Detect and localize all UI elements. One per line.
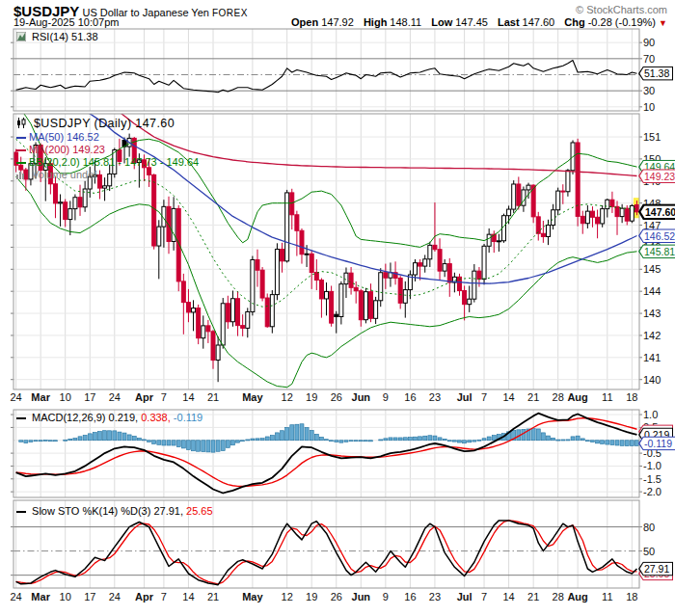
date-label: 10 <box>60 391 71 403</box>
last-value: 147.60 <box>523 16 555 28</box>
price-badge-149.23: 149.23 <box>638 169 675 183</box>
macd-value-1: 0.219, <box>109 412 139 423</box>
date-label: Aug <box>567 391 587 403</box>
date-label: 14 <box>502 391 514 403</box>
date-label: 11 <box>602 391 612 403</box>
price-badge-147.60: 147.60 <box>638 203 675 220</box>
date-label: 28 <box>553 591 564 603</box>
date-label: 23 <box>429 591 441 603</box>
last-label: Last <box>498 16 520 28</box>
price-badge-146.52: 146.52 <box>638 228 675 243</box>
ma200-legend: MA(200) 149.23 <box>16 144 105 155</box>
date-label: Apr <box>135 391 153 403</box>
volume-legend: Volume undef <box>16 169 96 181</box>
date-label: Apr <box>135 591 153 603</box>
chg-value: -0.28 (-0.19%) <box>588 16 656 28</box>
chg-label: Chg <box>564 16 584 28</box>
date-label: 26 <box>331 391 342 403</box>
date-label: 7 <box>161 391 167 403</box>
ma50-line-icon <box>16 137 26 139</box>
rsi-panel <box>14 29 639 111</box>
sto-badge-27.91: 27.91 <box>638 562 673 576</box>
ma200-line-icon <box>16 149 26 151</box>
bb-line-icon <box>16 162 26 164</box>
axis-label: -1.5 <box>643 473 662 485</box>
macd-badge--0.119: -0.119 <box>638 436 675 450</box>
date-label: 26 <box>331 591 342 603</box>
ma200-legend-label: MA(200) 149.23 <box>29 144 105 155</box>
volume-legend-label: Volume undef <box>32 169 96 180</box>
macd-legend-name: MACD(12,26,9) <box>32 412 105 423</box>
date-label: 19 <box>306 391 317 403</box>
chart-canvas <box>0 0 675 616</box>
date-label: 18 <box>626 391 637 403</box>
axis-label: 144 <box>643 285 661 297</box>
date-label: 17 <box>84 591 95 603</box>
date-label: 7 <box>481 591 487 603</box>
axis-label: 30 <box>643 85 655 96</box>
chart-datetime: 19-Aug-2025 10:07pm <box>14 16 119 28</box>
open-value: 147.92 <box>321 16 354 28</box>
open-label: Open <box>291 16 318 28</box>
date-label: 21 <box>207 591 219 603</box>
axis-label: 1.0 <box>643 409 658 420</box>
sto-value-1: 27.91, <box>153 505 183 517</box>
bb-legend-label: BB(20,2.0) 145.81 - 147.73 - 149.64 <box>29 156 199 168</box>
date-label: 24 <box>109 391 121 403</box>
axis-label: 143 <box>643 308 661 319</box>
macd-value-2: 0.338, <box>141 412 171 423</box>
date-label: 21 <box>207 391 219 403</box>
date-label: 10 <box>60 591 71 603</box>
rsi-badge-51.38: 51.38 <box>638 67 673 81</box>
axis-label: 90 <box>643 37 655 48</box>
quote-bar: Open147.92 High148.11 Low147.45 Last147.… <box>284 16 667 28</box>
date-label: 12 <box>282 591 293 603</box>
axis-label: 80 <box>643 522 655 533</box>
date-label: 28 <box>553 391 564 403</box>
date-label: 23 <box>429 391 441 403</box>
date-label: Jun <box>352 391 371 403</box>
rsi-legend-label: RSI(14) 51.38 <box>32 31 97 42</box>
price-badge-145.81: 145.81 <box>638 244 675 258</box>
date-label: Jun <box>352 591 371 603</box>
price-legend-title: $USDJPY (Daily) 147.60 <box>16 117 175 131</box>
chg-down-icon: ▼ <box>659 18 667 28</box>
axis-label: 151 <box>643 131 661 143</box>
axis-label: 10 <box>643 101 655 113</box>
date-label: 9 <box>383 391 389 403</box>
macd-legend: MACD(12,26,9) 0.219, 0.338, -0.119 <box>16 412 202 423</box>
ma50-legend: MA(50) 146.52 <box>16 131 99 143</box>
axis-label: 145 <box>643 263 661 275</box>
date-label: 16 <box>404 591 416 603</box>
date-label: 24 <box>109 591 121 603</box>
stock-chart: $USDJPY US Dollar to Japanese Yen FOREX … <box>0 0 675 616</box>
sto-value-2: 25.65 <box>186 505 213 517</box>
low-value: 147.45 <box>455 16 488 28</box>
rsi-legend: RSI(14) 51.38 <box>16 31 98 43</box>
high-label: High <box>364 16 387 28</box>
date-label: 9 <box>383 591 389 603</box>
date-label: 16 <box>404 391 416 403</box>
axis-label: -1.0 <box>643 460 662 471</box>
date-label: 7 <box>161 591 167 603</box>
volume-bars-icon <box>16 170 26 181</box>
date-label: 14 <box>502 591 514 603</box>
date-label: 21 <box>527 391 539 403</box>
high-value: 148.11 <box>390 16 421 28</box>
axis-label: -2.0 <box>643 486 662 497</box>
axis-label: 141 <box>643 352 661 363</box>
candlestick-icon <box>16 118 27 131</box>
date-label: 14 <box>182 391 194 403</box>
low-label: Low <box>431 16 452 28</box>
bb-legend: BB(20,2.0) 145.81 - 147.73 - 149.64 <box>16 156 199 168</box>
sto-line-icon <box>16 511 26 513</box>
exchange-label: FOREX <box>212 8 248 18</box>
sto-legend: Slow STO %K(14) %D(3) 27.91, 25.65 <box>16 505 213 517</box>
macd-value-3: -0.119 <box>174 412 202 423</box>
price-legend-label: $USDJPY (Daily) 147.60 <box>34 117 175 130</box>
date-label: 21 <box>527 591 539 603</box>
date-label: 24 <box>10 591 21 603</box>
axis-label: 140 <box>643 374 661 386</box>
date-label: 19 <box>306 591 317 603</box>
macd-line-icon <box>16 417 26 419</box>
